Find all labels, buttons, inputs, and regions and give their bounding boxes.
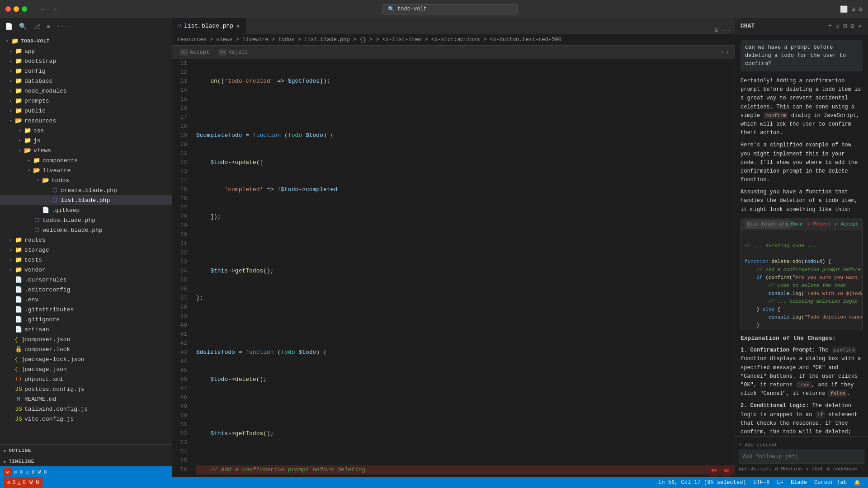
sidebar-item-welcome-blade[interactable]: ⬡ welcome.blade.php (0, 225, 172, 235)
status-git-branch[interactable]: ⊘ 0 △ 0 W 0 (4, 477, 42, 488)
code-editor[interactable]: 11 12 13 14 15 16 17 18 19 20 21 22 23 2… (172, 59, 735, 477)
sidebar-item-views[interactable]: ▾ 📂 views (0, 145, 172, 155)
code-line-22: $todo->delete(); (196, 375, 735, 384)
chat-code-reject[interactable]: ✕ Reject (807, 221, 831, 229)
sidebar-item-todo-volt[interactable]: ▾ 📁 TODO-VOLT (0, 36, 172, 46)
status-cursor-tab[interactable]: Cursor Tab (811, 479, 850, 486)
status-language[interactable]: Blade (787, 479, 811, 486)
sidebar-item-artisan[interactable]: 📄 artisan (0, 324, 172, 334)
sidebar-item-todos-blade[interactable]: ⬡ todos.blade.php (0, 215, 172, 225)
sidebar-item-list-blade[interactable]: ⬡ list.blade.php (0, 195, 172, 205)
accept-button[interactable]: ⌘↵ Accept (177, 48, 212, 56)
sidebar-item-vite[interactable]: JS vite.config.js (0, 414, 172, 424)
status-bar-right: Ln 56, Col 17 (95 selected) UTF-8 LF Bla… (655, 479, 864, 486)
sidebar-item-package-lock[interactable]: { } package-lock.json (0, 354, 172, 364)
sidebar-item-livewire[interactable]: ▾ 📂 livewire (0, 165, 172, 175)
code-line-16: ]); (196, 212, 735, 221)
sidebar-item-gitkeep[interactable]: 📄 .gitkeep (0, 205, 172, 215)
xn-button[interactable]: XN (721, 466, 731, 476)
encoding-text: UTF-8 (754, 479, 770, 486)
sidebar-item-routes[interactable]: ▸ 📁 routes (0, 235, 172, 245)
back-button[interactable]: ← (38, 5, 48, 14)
sidebar-item-database[interactable]: ▸ 📁 database (0, 76, 172, 86)
close-chat-icon[interactable]: ✕ (857, 21, 863, 31)
sidebar-item-public[interactable]: ▸ 📁 public (0, 106, 172, 116)
sidebar-item-js[interactable]: ▸ 📁 js (0, 136, 172, 145)
more-icon[interactable]: ··· (55, 21, 69, 31)
timeline-section[interactable]: ▸ TIMELINE (0, 455, 172, 466)
sidebar-item-package-json[interactable]: { } package.json (0, 364, 172, 374)
sidebar-item-postcss[interactable]: JS postcss.config.js (0, 384, 172, 394)
forward-button[interactable]: → (50, 5, 60, 14)
sidebar-item-tests[interactable]: ▸ 📁 tests (0, 255, 172, 265)
close-window-button[interactable] (5, 6, 11, 12)
layout-icon[interactable]: ⊞ (851, 5, 855, 13)
sidebar-item-config[interactable]: ▸ 📁 config (0, 66, 172, 76)
sidebar-item-env[interactable]: 📄 .env (0, 295, 172, 305)
chat-code-accept[interactable]: ✓ Accept (835, 221, 859, 229)
chat-mode-button[interactable]: ✦ chat (806, 466, 824, 472)
codebase-button[interactable]: ⊞ codebase (827, 466, 857, 472)
code-content[interactable]: on(['todo-created' => $getTodos]); $comp… (194, 59, 735, 477)
status-bar: ⊘ 0 △ 0 W 0 Ln 56, Col 17 (95 selected) … (0, 477, 868, 488)
status-line-ending[interactable]: LF (774, 479, 787, 486)
split-editor-icon[interactable]: ⬜ (840, 5, 848, 13)
history-icon[interactable]: ↺ (835, 21, 840, 31)
project-root-label: TODO-VOLT (21, 38, 50, 44)
sidebar-item-gitattributes[interactable]: 📄 .gitattributes (0, 305, 172, 314)
sidebar-item-components[interactable]: ▸ 📁 components (0, 155, 172, 165)
status-bell[interactable]: 🔔 (850, 479, 864, 486)
add-context-button[interactable]: + Add context (739, 442, 778, 448)
mention-button[interactable]: @ Mention (775, 466, 802, 472)
outline-section[interactable]: ▸ OUTLINE (0, 445, 172, 455)
folder-open-icon: 📂 (14, 117, 23, 124)
my-button[interactable]: MY (709, 466, 719, 476)
sidebar-item-editorconfig[interactable]: 📄 .editorconfig (0, 285, 172, 295)
sidebar-item-vendor[interactable]: ▸ 📁 vendor (0, 265, 172, 275)
title-search-box[interactable]: 🔍 todo-volt (382, 4, 518, 14)
maximize-window-button[interactable] (22, 6, 27, 12)
sidebar-item-readme[interactable]: M README.md (0, 394, 172, 404)
chat-input[interactable] (739, 450, 864, 464)
split-view-icon[interactable]: ⊡ (715, 27, 719, 34)
sidebar-item-todos[interactable]: ▾ 📂 todos (0, 175, 172, 185)
layout-chat-icon[interactable]: ⊞ (842, 21, 848, 31)
tab-list-blade[interactable]: ⬡ list.blade.php ✕ (172, 18, 246, 34)
sidebar-item-tailwind[interactable]: JS tailwind.config.js (0, 404, 172, 414)
new-chat-icon[interactable]: + (827, 21, 833, 31)
file-icon: 📄 (14, 296, 23, 303)
sidebar-item-storage[interactable]: ▸ 📁 storage (0, 245, 172, 255)
sidebar-item-create-blade[interactable]: ⬡ create.blade.php (0, 185, 172, 195)
explorer-icon[interactable]: 📄 (4, 21, 14, 32)
gpt-model-selector[interactable]: gpt-4o-mini (739, 466, 772, 472)
search-files-icon[interactable]: 🔍 (18, 21, 28, 32)
traffic-lights (5, 6, 27, 12)
sidebar-item-cursorrules[interactable]: 📄 .cursorrules (0, 275, 172, 285)
extensions-icon[interactable]: ⊞ (45, 21, 52, 32)
sidebar-item-css[interactable]: ▸ 📁 css (0, 126, 172, 136)
sidebar-item-resources[interactable]: ▾ 📂 resources (0, 116, 172, 126)
folder-label: app (24, 48, 35, 55)
settings-icon[interactable]: ⚙ (859, 5, 863, 13)
sidebar-item-app[interactable]: ▸ 📁 app (0, 46, 172, 56)
settings-chat-icon[interactable]: ⚙ (849, 21, 855, 31)
status-line-col[interactable]: Ln 56, Col 17 (95 selected) (655, 479, 750, 486)
sidebar-item-gitignore[interactable]: 📄 .gitignore (0, 314, 172, 324)
git-icon[interactable]: ⎇ (32, 21, 42, 32)
chat-messages[interactable]: can we have a prompt before deleting a t… (735, 34, 868, 436)
sidebar-item-prompts[interactable]: ▸ 📁 prompts (0, 96, 172, 106)
tab-close-button[interactable]: ✕ (236, 22, 240, 30)
editor-more-icon[interactable]: ··· (721, 27, 731, 34)
minimize-window-button[interactable] (14, 6, 19, 12)
status-encoding[interactable]: UTF-8 (750, 479, 774, 486)
reject-button[interactable]: ⌘⌫ Reject (216, 48, 250, 56)
sidebar-item-bootstrap[interactable]: ▸ 📁 bootstrap (0, 56, 172, 66)
sidebar-item-node-modules[interactable]: ▸ 📁 node_modules (0, 86, 172, 96)
prev-change-icon[interactable]: ↑ (721, 49, 724, 56)
next-change-icon[interactable]: ↓ (726, 49, 729, 56)
chat-toolbar: gpt-4o-mini @ Mention ✦ chat ⊞ codebase (739, 464, 864, 474)
sidebar-item-phpunit[interactable]: ⟨⟩ phpunit.xml (0, 374, 172, 384)
chat-code-block: list.blade.php Done ✕ Reject ✓ Accept //… (741, 218, 863, 331)
sidebar-item-composer-lock[interactable]: 🔒 composer.lock (0, 344, 172, 354)
sidebar-item-composer-json[interactable]: { } composer.json (0, 334, 172, 344)
